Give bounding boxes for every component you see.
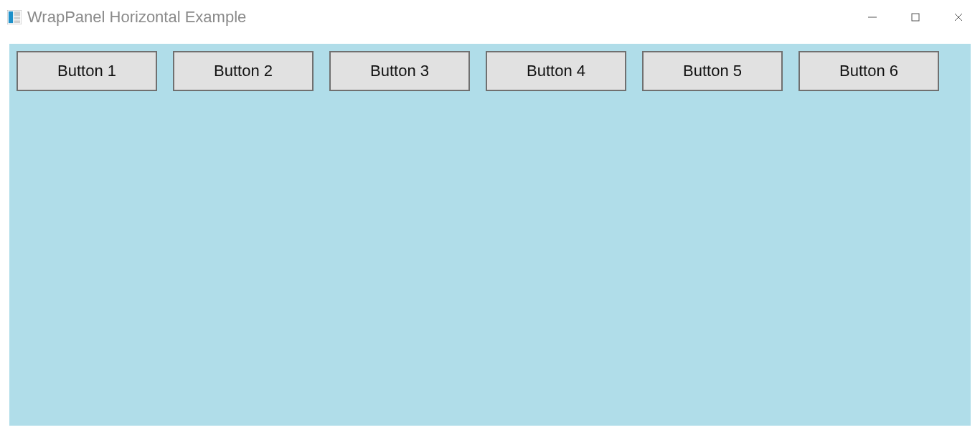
maximize-button[interactable] [894,0,937,34]
svg-rect-3 [14,17,20,19]
maximize-icon [910,12,920,22]
button-4[interactable]: Button 4 [486,51,626,91]
wrap-panel: Button 1 Button 2 Button 3 Button 4 Butt… [17,51,963,91]
app-icon [7,10,22,24]
button-label: Button 3 [370,62,429,80]
close-icon [953,12,963,22]
button-3[interactable]: Button 3 [329,51,470,91]
window-controls [851,0,980,34]
button-label: Button 4 [527,62,585,80]
button-1[interactable]: Button 1 [17,51,157,91]
svg-rect-1 [9,11,13,23]
svg-rect-4 [14,20,20,23]
minimize-button[interactable] [851,0,894,34]
button-6[interactable]: Button 6 [798,51,939,91]
titlebar-left: WrapPanel Horizontal Example [7,8,246,27]
window-title: WrapPanel Horizontal Example [27,8,246,27]
client-area: Button 1 Button 2 Button 3 Button 4 Butt… [9,44,971,426]
minimize-icon [867,12,877,22]
button-label: Button 1 [57,62,116,80]
button-label: Button 6 [839,62,898,80]
button-label: Button 5 [683,62,742,80]
svg-rect-2 [14,11,20,16]
button-5[interactable]: Button 5 [642,51,783,91]
button-2[interactable]: Button 2 [173,51,314,91]
svg-rect-6 [912,14,919,21]
button-label: Button 2 [214,62,273,80]
titlebar: WrapPanel Horizontal Example [0,0,980,34]
close-button[interactable] [937,0,980,34]
